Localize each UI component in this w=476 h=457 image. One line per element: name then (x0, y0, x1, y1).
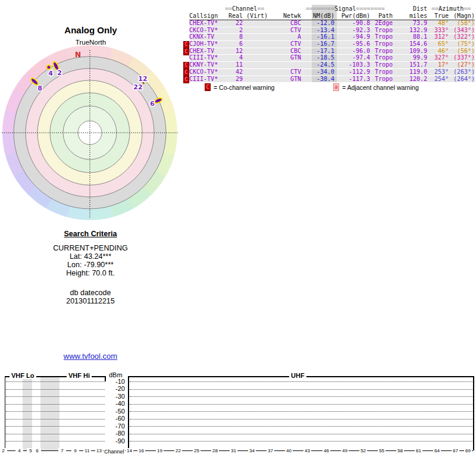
cell-nm: -38.4 (301, 76, 334, 83)
cell-path: Tropo (370, 27, 393, 34)
channel-tick-label: 46 (322, 448, 330, 454)
uhf-label: UHF (289, 372, 306, 379)
gridline (130, 389, 472, 390)
db-datecode-value: 201301112215 (19, 297, 162, 305)
cell-callsign: CHEX-TV* (189, 20, 227, 27)
cell-miles: 73.9 (393, 20, 427, 27)
co-channel-warning-badge: C (183, 48, 189, 55)
cell-real: 22 (227, 20, 243, 27)
gridline (130, 441, 472, 442)
cell-netwk: GTN (268, 55, 301, 61)
cell-magn: (27°) (449, 62, 475, 68)
gridline (130, 381, 472, 382)
vhf-lo-label: VHF Lo (10, 372, 36, 379)
uhf-panel (128, 376, 474, 450)
channel-tick-label: 6 (33, 448, 41, 454)
cell-virt (243, 55, 268, 61)
channel-tick-label: 49 (341, 448, 349, 454)
vhf-hi-label: VHF Hi (67, 372, 92, 379)
dbm-scale: -10-20-30-40-50-60-70-80-90 (106, 369, 125, 457)
cell-magn: (263°) (449, 69, 475, 76)
adjacent-channel-legend-text: = Adjacent channel warning (342, 84, 419, 91)
col-pwr: Pwr(dBm) (334, 12, 370, 20)
search-lon: Lon: -79.90*** (19, 261, 162, 269)
station-marker-ch4 (47, 65, 51, 70)
channel-tick-label: 22 (174, 448, 182, 454)
table-row: CCKNY-TV*11-24.5-103.3Tropo151.717°(27°) (189, 62, 475, 68)
channel-tick-label: 37 (267, 448, 274, 454)
cell-true: 65° (427, 41, 449, 48)
cell-callsign: CKCO-TV* (189, 69, 227, 76)
channel-shade-band (40, 377, 60, 450)
co-channel-warning-badge: C (183, 69, 189, 76)
cell-virt (243, 27, 268, 34)
dbm-tick-label: -90 (106, 438, 125, 445)
cell-netwk: CBC (268, 20, 301, 27)
gridline (130, 411, 472, 412)
cell-real: 42 (227, 69, 243, 76)
channel-tick-label: 52 (359, 448, 367, 454)
table-row: CCJOH-TV*6CTV-16.7-95.6Tropo154.665°(75°… (189, 41, 475, 48)
co-channel-badge-icon: C (205, 83, 211, 91)
gridline (6, 381, 105, 382)
cell-callsign: CKCO-TV* (189, 27, 227, 34)
channel-tick-label: 55 (378, 448, 386, 454)
cell-pwr: -117.3 (334, 76, 370, 83)
cell-path: Tropo (370, 62, 393, 68)
col-callsign: Callsign (189, 12, 227, 20)
dbm-tick-label: -10 (106, 378, 125, 385)
radar-title: Analog Only (0, 25, 181, 35)
station-marker-label-ch6: 6 (150, 100, 155, 108)
tvfool-link[interactable]: www.tvfool.com (64, 352, 117, 361)
col-nm: NM(dB) (301, 12, 334, 20)
dbm-tick-label: -80 (106, 430, 125, 437)
cell-pwr: -95.6 (334, 41, 370, 48)
cell-virt (243, 20, 268, 27)
col-netwk: Netwk (268, 12, 301, 20)
col-virt: (Virt) (243, 12, 268, 20)
col-true: True (427, 12, 449, 20)
cell-pwr: -90.8 (334, 20, 370, 27)
cell-miles: 120.2 (393, 76, 427, 83)
col-miles: miles (393, 12, 427, 20)
channel-tick-label: 16 (137, 448, 145, 454)
cell-callsign: CIII-TV* (189, 76, 227, 83)
search-criteria: Search Criteria CURRENT+PENDING Lat: 43.… (19, 230, 162, 305)
gridline (6, 411, 105, 412)
cell-nm: -12.0 (301, 20, 334, 27)
col-magn: (Magn) (449, 12, 475, 20)
dbm-tick-label: -60 (106, 415, 125, 422)
group-header-channel: ==Channel== (225, 5, 264, 12)
cell-callsign: CKNX-TV (189, 34, 227, 40)
dbm-tick-label: -70 (106, 423, 125, 430)
channel-axis-title: Channel (104, 449, 125, 455)
table-rows: CHEX-TV*22CBC-12.0-90.82Edge73.948°(58°)… (189, 20, 475, 82)
cell-miles: 132.9 (393, 27, 427, 34)
cell-callsign: CIII-TV* (189, 55, 227, 61)
legend-co-channel: C = Co-channel warning (205, 83, 274, 91)
search-lat: Lat: 43.24*** (19, 252, 162, 261)
dbm-tick-label: -30 (106, 393, 125, 400)
cell-true: 17° (427, 62, 449, 68)
cell-magn: (58°) (449, 20, 475, 27)
station-marker-label-ch2: 2 (57, 69, 62, 77)
cell-magn: (343°) (449, 27, 475, 34)
cell-virt (243, 34, 268, 40)
channel-tick-label: 14 (126, 448, 133, 454)
channel-tick-label: 25 (193, 448, 201, 454)
cell-pwr: -97.4 (334, 55, 370, 61)
cell-netwk: CTV (268, 27, 301, 34)
co-channel-warning-badge: C (183, 41, 189, 48)
cell-pwr: -92.3 (334, 27, 370, 34)
table-row: CCIII-TV*29GTN-38.4-117.3Tropo120.2254°(… (189, 76, 475, 83)
cell-netwk: CTV (268, 41, 301, 48)
cell-miles: 109.9 (393, 48, 427, 55)
station-marker-label-ch4: 4 (48, 70, 53, 77)
cell-nm: -17.1 (301, 48, 334, 55)
channel-tick-label: 61 (415, 448, 422, 454)
cell-real: 8 (227, 34, 243, 40)
channel-tick-label: 9 (71, 448, 79, 454)
cell-miles: 99.9 (393, 55, 427, 61)
channel-tick-label: 69 (464, 448, 472, 454)
cell-virt (243, 69, 268, 76)
